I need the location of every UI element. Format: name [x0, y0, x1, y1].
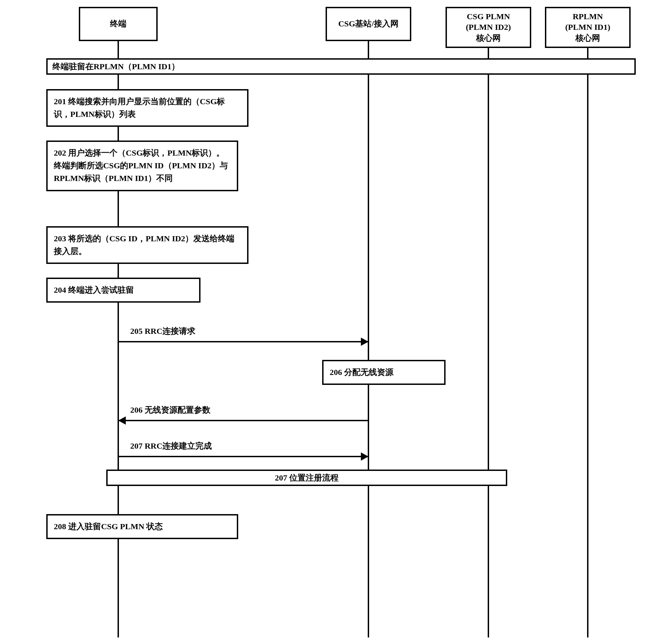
lifeline-rplmn — [587, 48, 588, 637]
msg-206-arrow — [119, 420, 368, 421]
msg-206-label: 206 无线资源配置参数 — [130, 404, 210, 415]
participant-csg-plmn-label: CSG PLMN (PLMN ID2) 核心网 — [466, 11, 511, 44]
step-206-alloc-text: 206 分配无线资源 — [330, 368, 393, 377]
participant-csg-bs-label: CSG基站/接入网 — [338, 19, 399, 29]
span-207-location-reg-label: 207 位置注册流程 — [275, 472, 339, 483]
step-204: 204 终端进入尝试驻留 — [46, 278, 200, 303]
participant-rplmn-label: RPLMN (PLMN ID1) 核心网 — [565, 11, 610, 44]
msg-205-label: 205 RRC连接请求 — [130, 326, 195, 337]
msg-205-arrow — [119, 341, 368, 342]
step-204-text: 204 终端进入尝试驻留 — [54, 285, 134, 294]
step-208-text: 208 进入驻留CSG PLMN 状态 — [54, 522, 163, 531]
participant-csg-plmn: CSG PLMN (PLMN ID2) 核心网 — [446, 7, 531, 48]
step-201-text: 201 终端搜索并向用户显示当前位置的（CSG标识，PLMN标识）列表 — [54, 97, 225, 119]
span-camp-rplmn: 终端驻留在RPLMN（PLMN ID1） — [46, 58, 636, 75]
participant-csg-bs: CSG基站/接入网 — [326, 7, 411, 41]
step-208: 208 进入驻留CSG PLMN 状态 — [46, 514, 238, 539]
participant-terminal: 终端 — [79, 7, 158, 41]
lifeline-csg-plmn — [488, 48, 489, 637]
participant-terminal-label: 终端 — [110, 19, 126, 29]
msg-207a-arrow — [119, 456, 368, 457]
lifeline-terminal — [118, 41, 119, 637]
msg-207a-label: 207 RRC连接建立完成 — [130, 440, 212, 451]
span-camp-rplmn-label: 终端驻留在RPLMN（PLMN ID1） — [52, 61, 180, 72]
step-206-alloc: 206 分配无线资源 — [322, 360, 446, 385]
sequence-diagram: 终端 CSG基站/接入网 CSG PLMN (PLMN ID2) 核心网 RPL… — [7, 7, 637, 637]
step-201: 201 终端搜索并向用户显示当前位置的（CSG标识，PLMN标识）列表 — [46, 89, 248, 127]
participant-rplmn: RPLMN (PLMN ID1) 核心网 — [545, 7, 631, 48]
step-202: 202 用户选择一个（CSG标识，PLMN标识）。终端判断所选CSG的PLMN … — [46, 141, 238, 191]
step-202-text: 202 用户选择一个（CSG标识，PLMN标识）。终端判断所选CSG的PLMN … — [54, 148, 228, 183]
step-203-text: 203 将所选的（CSG ID，PLMN ID2）发送给终端接入层。 — [54, 234, 234, 256]
step-203: 203 将所选的（CSG ID，PLMN ID2）发送给终端接入层。 — [46, 226, 248, 264]
span-207-location-reg: 207 位置注册流程 — [106, 470, 507, 486]
